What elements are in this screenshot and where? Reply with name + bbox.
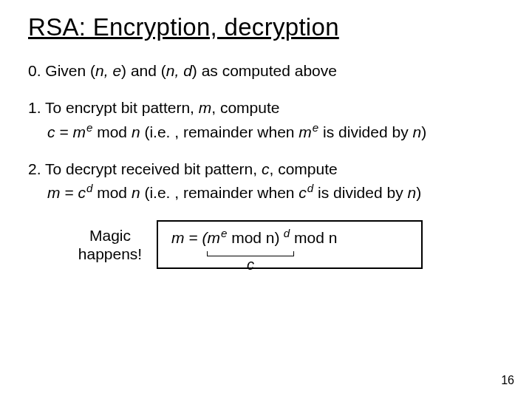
brace-label: c	[247, 256, 254, 273]
step2-formula: m = cd mod n (i.e. , remainder when cd i…	[47, 183, 504, 203]
brace-bar	[207, 251, 294, 256]
t: Magic	[89, 227, 131, 244]
slide-title: RSA: Encryption, decryption	[28, 13, 504, 41]
t: c = m	[47, 123, 86, 140]
t: , compute	[211, 99, 279, 116]
exp-e: e	[220, 227, 227, 239]
t: mod n	[290, 229, 337, 246]
t: (i.e. , remainder when	[140, 184, 299, 201]
step-2: 2. To decrypt received bit pattern, c, c…	[28, 159, 504, 204]
exp-d: d	[86, 182, 92, 194]
step1-num: 1.	[28, 99, 41, 116]
t: is divided by	[318, 123, 412, 140]
t: m = c	[47, 184, 86, 201]
t: m	[199, 99, 212, 116]
exp-d: d	[280, 227, 290, 239]
t: mod n)	[227, 229, 279, 246]
t: )	[421, 123, 426, 140]
t: n	[407, 184, 416, 201]
step-0: 0. Given (n, e) and (n, d) as computed a…	[28, 61, 504, 81]
t: c	[299, 184, 307, 201]
t: n	[132, 123, 140, 140]
t: , compute	[269, 160, 337, 177]
step0-num: 0.	[28, 62, 41, 79]
exp-e: e	[312, 121, 318, 134]
page-number: 16	[501, 374, 514, 387]
t: is divided by	[313, 184, 407, 201]
t: n	[412, 123, 421, 140]
magic-equation-box: m = (me mod n) d mod n c	[157, 220, 423, 269]
underbrace: c	[207, 251, 294, 273]
t: n	[132, 184, 140, 201]
t: n, d	[166, 62, 192, 79]
magic-label: Magic happens!	[72, 226, 148, 263]
magic-row: Magic happens! m = (me mod n) d mod n c	[72, 220, 471, 269]
t: happens!	[78, 245, 142, 262]
t: n, e	[95, 62, 121, 79]
step2-num: 2.	[28, 160, 41, 177]
t: mod	[92, 184, 132, 201]
step-1: 1. To encrypt bit pattern, m, compute c …	[28, 98, 504, 143]
t: To encrypt bit pattern,	[41, 99, 199, 116]
exp-e: e	[86, 121, 92, 134]
t: (i.e. , remainder when	[140, 123, 299, 140]
step1-formula: c = me mod n (i.e. , remainder when me i…	[47, 122, 504, 143]
t: m	[299, 123, 312, 140]
exp-d: d	[307, 182, 313, 194]
t: Given (	[41, 62, 96, 79]
t: ) and (	[121, 62, 166, 79]
t: )	[416, 184, 421, 201]
t: mod	[92, 123, 132, 140]
t: ) as computed above	[192, 62, 337, 79]
t: m = (m	[171, 229, 220, 246]
t: To decrypt received bit pattern,	[41, 160, 262, 177]
t: c	[262, 160, 270, 177]
